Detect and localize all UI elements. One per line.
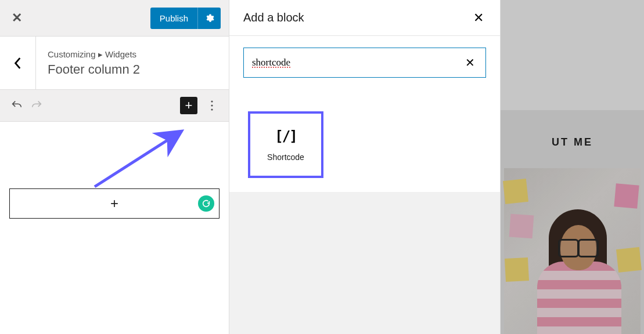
close-icon: ✕ [465,56,475,69]
block-search-box: ✕ [243,48,486,78]
svg-point-0 [211,100,213,102]
clear-search-button[interactable]: ✕ [463,56,477,70]
add-block-button[interactable]: + [180,97,197,114]
undo-icon [10,99,23,112]
block-item-shortcode[interactable]: [/] Shortcode [248,111,323,178]
customizer-top-bar: ✕ Publish [0,0,229,37]
redo-button[interactable] [27,96,46,115]
close-customizer-button[interactable]: ✕ [8,7,26,29]
breadcrumb-separator: ▸ [98,49,103,59]
widget-editor-area: + [0,122,229,334]
more-vertical-icon [211,100,213,111]
gear-icon [204,13,214,23]
chevron-left-icon [13,57,23,70]
redo-icon [30,99,43,112]
block-inserter-panel: Add a block ✕ ✕ [/] Shortcode [229,0,501,334]
breadcrumb-path: Customizing ▸ Widgets [48,49,229,60]
block-panel-header: Add a block ✕ [229,0,500,36]
customizer-sidebar: ✕ Publish Customizing ▸ Widgets Footer c… [0,0,229,334]
site-preview-panel: UT ME [501,0,644,334]
publish-group: Publish [150,8,221,29]
block-search-area: ✕ [229,36,500,87]
grammarly-badge[interactable] [198,195,214,212]
plus-icon: + [185,98,193,113]
annotation-arrow [90,128,192,191]
block-results-grid: [/] Shortcode [229,87,500,192]
block-panel-footer-area [229,192,500,334]
block-search-input[interactable] [252,57,463,68]
shortcode-icon: [/] [275,128,296,144]
breadcrumb-text: Customizing ▸ Widgets Footer column 2 [36,37,229,89]
block-item-label: Shortcode [267,153,304,162]
close-icon: ✕ [12,10,22,25]
breadcrumb-parent: Customizing [48,49,96,59]
back-button[interactable] [0,37,36,89]
svg-point-2 [211,108,213,110]
close-block-panel-button[interactable]: ✕ [471,8,486,28]
publish-button[interactable]: Publish [150,8,197,29]
svg-line-3 [95,131,182,187]
close-icon: ✕ [473,10,484,25]
breadcrumb-section: Widgets [105,49,136,59]
undo-button[interactable] [7,96,27,115]
grammarly-icon [202,199,211,208]
add-widget-area[interactable]: + [9,188,220,219]
plus-icon: + [110,195,118,212]
page-title: Footer column 2 [48,62,229,77]
more-options-button[interactable] [202,100,222,111]
preview-dimmed-overlay [501,0,644,334]
editor-toolbar: + [0,90,229,122]
svg-point-1 [211,104,213,106]
breadcrumb-row: Customizing ▸ Widgets Footer column 2 [0,37,229,90]
publish-settings-button[interactable] [197,8,221,29]
block-panel-title: Add a block [243,11,304,24]
